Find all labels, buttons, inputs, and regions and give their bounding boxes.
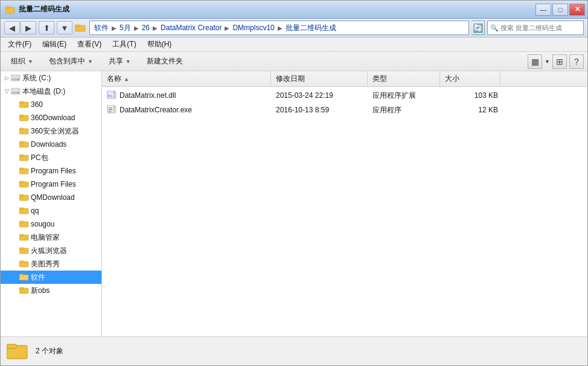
sidebar-item-software[interactable]: 软件 <box>1 271 101 284</box>
folder-icon-sougou <box>19 220 29 228</box>
file-name-1: DataMatrix.net.dll <box>120 91 176 100</box>
svg-rect-33 <box>19 248 24 249</box>
titlebar-left: 批量二维码生成 <box>5 4 69 14</box>
file-type-2: 应用程序 <box>372 105 401 115</box>
search-input[interactable] <box>500 24 584 31</box>
folder-icon-newobs <box>19 286 29 295</box>
layout-button[interactable]: ⊞ <box>552 54 567 69</box>
crumb-batch[interactable]: 批量二维码生成 <box>284 22 338 34</box>
svg-point-9 <box>18 92 19 94</box>
new-folder-button[interactable]: 新建文件夹 <box>140 54 190 69</box>
sidebar-item-sysc[interactable]: ▷ 系统 (C:) <box>1 71 101 85</box>
folder-icon-pf <box>19 167 29 175</box>
col-header-type[interactable]: 类型 <box>368 71 440 86</box>
sidebar-item-pcbag[interactable]: PC包 <box>1 151 101 164</box>
sidebar-item-qmdl[interactable]: QMDownload <box>1 191 101 204</box>
sidebar-label-360br: 360安全浏览器 <box>31 126 79 136</box>
share-dropdown-icon: ▼ <box>126 59 131 65</box>
views-dropdown[interactable]: ▼ <box>545 59 550 65</box>
menu-help[interactable]: 帮助(H) <box>142 38 177 51</box>
search-box[interactable]: 🔍 <box>487 21 584 35</box>
expand-icon-sysc: ▷ <box>3 74 10 82</box>
table-row[interactable]: DLL DataMatrix.net.dll 2015-03-24 22:19 … <box>102 88 587 103</box>
sidebar-item-pf[interactable]: Program Files <box>1 164 101 178</box>
sidebar-item-newobs[interactable]: 新obs <box>1 284 101 297</box>
col-header-date[interactable]: 修改日期 <box>271 71 368 86</box>
expand-icon-360br <box>11 127 19 135</box>
menu-edit[interactable]: 编辑(E) <box>37 38 71 51</box>
minimize-button[interactable]: — <box>535 4 551 16</box>
sidebar-item-qq[interactable]: qq <box>1 204 101 217</box>
expand-icon-pf <box>11 167 19 175</box>
toolbar-right: ▦ ▼ ⊞ ? <box>528 54 584 69</box>
sidebar-label-meitu: 美图秀秀 <box>31 259 60 269</box>
back-button[interactable]: ◀ <box>4 21 20 34</box>
crumb-software[interactable]: 软件 <box>92 22 110 34</box>
recent-button[interactable]: ▼ <box>57 21 72 34</box>
close-button[interactable]: ✕ <box>569 4 585 16</box>
crumb-month[interactable]: 5月 <box>118 22 133 34</box>
svg-rect-31 <box>19 234 24 236</box>
window-icon <box>5 5 15 14</box>
sidebar-item-360[interactable]: 360 <box>1 98 101 111</box>
col-header-size[interactable]: 大小 <box>440 71 500 86</box>
views-button[interactable]: ▦ <box>528 54 542 69</box>
file-cell-type-1: 应用程序扩展 <box>369 91 441 101</box>
sidebar-item-pcmanager[interactable]: 电脑管家 <box>1 231 101 244</box>
svg-marker-45 <box>114 105 116 107</box>
crumb-sep-3: ▶ <box>153 25 158 31</box>
sidebar-item-360browser[interactable]: 360安全浏览器 <box>1 124 101 138</box>
sidebar-item-pfx86[interactable]: Program Files <box>1 178 101 191</box>
folder-icon-qq <box>19 207 29 215</box>
sidebar-label-ff: 火狐浏览器 <box>31 246 67 256</box>
organize-button[interactable]: 组织 ▼ <box>4 54 40 69</box>
forward-button[interactable]: ▶ <box>21 21 36 34</box>
svg-rect-35 <box>19 261 24 263</box>
file-list: 名称 ▲ 修改日期 类型 大小 <box>102 71 587 336</box>
sidebar-label-qmdl: QMDownload <box>31 193 75 202</box>
window: 批量二维码生成 — □ ✕ ◀ ▶ ⬆ ▼ 软件 ▶ 5月 <box>0 0 588 366</box>
sidebar-label-qq: qq <box>31 207 39 215</box>
folder-icon-pfx86 <box>19 180 29 188</box>
col-header-name[interactable]: 名称 ▲ <box>102 71 271 86</box>
col-type-label: 类型 <box>372 74 387 84</box>
table-row[interactable]: DataMatrixCreator.exe 2016-10-13 8:59 应用… <box>102 103 587 117</box>
sidebar-item-downloads[interactable]: Downloads <box>1 138 101 151</box>
up-button[interactable]: ⬆ <box>39 21 54 34</box>
crumb-day[interactable]: 26 <box>140 23 152 33</box>
file-date-1: 2015-03-24 22:19 <box>276 91 333 100</box>
crumb-sep-5: ▶ <box>278 25 283 31</box>
help-button[interactable]: ? <box>569 54 584 69</box>
sidebar-label-sw: 软件 <box>31 272 45 283</box>
sidebar-item-sougou[interactable]: sougou <box>1 217 101 231</box>
share-button[interactable]: 共享 ▼ <box>102 54 138 69</box>
breadcrumb: 软件 ▶ 5月 ▶ 26 ▶ DataMatrix Creator ▶ DMmp… <box>92 22 338 34</box>
menu-tools[interactable]: 工具(T) <box>107 38 141 51</box>
sidebar-label-360: 360 <box>31 100 43 109</box>
sidebar-item-locald[interactable]: ▽ 本地磁盘 (D:) <box>1 85 101 98</box>
menu-view[interactable]: 查看(V) <box>72 38 106 51</box>
svg-rect-42 <box>114 92 116 98</box>
svg-point-6 <box>18 79 19 80</box>
svg-rect-48 <box>109 109 112 111</box>
expand-icon-360 <box>11 101 19 108</box>
file-size-1: 103 KB <box>475 91 498 100</box>
expand-icon-newobs <box>11 287 19 294</box>
include-dropdown-icon: ▼ <box>88 59 93 65</box>
refresh-icon: 🔄 <box>473 23 483 33</box>
menu-file[interactable]: 文件(F) <box>3 38 36 51</box>
maximize-button[interactable]: □ <box>552 4 568 16</box>
crumb-dmplscv10[interactable]: DMmplscv10 <box>231 23 276 33</box>
svg-rect-15 <box>19 128 24 130</box>
sidebar-item-firefox[interactable]: 火狐浏览器 <box>1 244 101 257</box>
address-box[interactable]: 软件 ▶ 5月 ▶ 26 ▶ DataMatrix Creator ▶ DMmp… <box>89 21 469 35</box>
sidebar-item-360download[interactable]: 360Download <box>1 111 101 124</box>
address-go-button[interactable]: 🔄 <box>471 21 485 35</box>
include-library-button[interactable]: 包含到库中 ▼ <box>42 54 100 69</box>
svg-rect-3 <box>75 25 80 27</box>
nav-buttons: ◀ ▶ <box>4 21 36 34</box>
crumb-dmcreator[interactable]: DataMatrix Creator <box>159 23 223 33</box>
search-icon: 🔍 <box>490 24 499 32</box>
expand-icon-meitu <box>11 260 19 268</box>
sidebar-item-meitu[interactable]: 美图秀秀 <box>1 257 101 271</box>
